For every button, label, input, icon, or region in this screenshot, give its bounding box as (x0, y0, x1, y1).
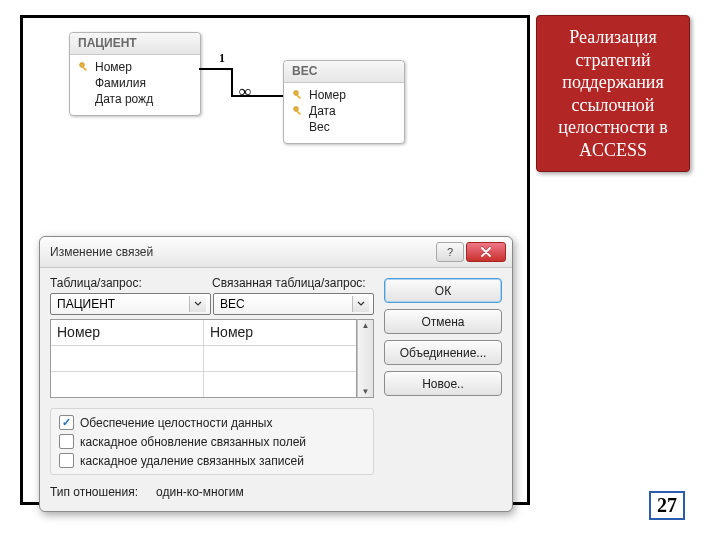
button-label: ОК (435, 284, 451, 298)
relationship-diagram: ПАЦИЕНТ Номер Фамилия Дата рожд (23, 18, 527, 228)
app-canvas: ПАЦИЕНТ Номер Фамилия Дата рожд (20, 15, 530, 505)
relation-type-label: Тип отношения: (50, 485, 138, 499)
cardinality-one: 1 (219, 51, 225, 66)
combo-value: ВЕС (220, 297, 352, 311)
field-label: Фамилия (95, 76, 146, 90)
grid-row[interactable]: Номер Номер (51, 320, 356, 345)
help-button[interactable]: ? (436, 242, 464, 262)
blank-icon (292, 121, 304, 133)
grid-cell-right[interactable] (204, 372, 356, 397)
grid-cell-left[interactable] (51, 346, 204, 371)
dialog-titlebar[interactable]: Изменение связей ? (40, 237, 512, 268)
blank-icon (78, 77, 90, 89)
dialog-body: Таблица/запрос: Связанная таблица/запрос… (40, 268, 512, 511)
field-label: Дата (309, 104, 336, 118)
help-icon: ? (447, 246, 453, 258)
cancel-button[interactable]: Отмена (384, 309, 502, 334)
field-row[interactable]: Номер (290, 87, 398, 103)
checkbox-cascade-update[interactable] (59, 434, 74, 449)
grid-row[interactable] (51, 371, 356, 397)
button-label: Отмена (421, 315, 464, 329)
field-row[interactable]: Фамилия (76, 75, 194, 91)
relation-type-row: Тип отношения: один-ко-многим (50, 485, 374, 499)
table-title: ВЕС (284, 61, 404, 83)
blank-icon (78, 93, 90, 105)
table-fields: Номер Фамилия Дата рожд (70, 55, 200, 115)
combo-table[interactable]: ПАЦИЕНТ (50, 293, 211, 315)
label-related-table: Связанная таблица/запрос: (212, 276, 366, 290)
page-number: 27 (649, 491, 685, 520)
checkbox-integrity[interactable] (59, 415, 74, 430)
checkbox-row[interactable]: Обеспечение целостности данных (59, 415, 365, 430)
table-title: ПАЦИЕНТ (70, 33, 200, 55)
relation-type-value: один-ко-многим (156, 485, 244, 499)
relation-line[interactable] (231, 68, 233, 95)
dialog-button-column: ОК Отмена Объединение... Новое.. (384, 276, 502, 499)
key-icon (78, 61, 90, 73)
integrity-options: Обеспечение целостности данных каскадное… (50, 408, 374, 475)
field-label: Вес (309, 120, 330, 134)
checkbox-row[interactable]: каскадное удаление связанных записей (59, 453, 365, 468)
scroll-down-icon[interactable]: ▼ (362, 386, 370, 397)
labels-row: Таблица/запрос: Связанная таблица/запрос… (50, 276, 374, 290)
checkbox-cascade-delete[interactable] (59, 453, 74, 468)
field-row[interactable]: Номер (76, 59, 194, 75)
cardinality-many: ∞ (239, 82, 251, 102)
field-label: Номер (309, 88, 346, 102)
chevron-down-icon (352, 296, 369, 312)
chevron-down-icon (189, 296, 206, 312)
table-patient[interactable]: ПАЦИЕНТ Номер Фамилия Дата рожд (69, 32, 201, 116)
grid-cell-left[interactable] (51, 372, 204, 397)
edit-relationships-dialog: Изменение связей ? Таблица/запрос: Связа… (39, 236, 513, 512)
checkbox-label: Обеспечение целостности данных (80, 416, 273, 430)
combo-value: ПАЦИЕНТ (57, 297, 189, 311)
button-label: Новое.. (422, 377, 464, 391)
table-fields: Номер Дата Вес (284, 83, 404, 143)
button-label: Объединение... (400, 346, 487, 360)
close-button[interactable] (466, 242, 506, 262)
field-row[interactable]: Вес (290, 119, 398, 135)
checkbox-label: каскадное удаление связанных записей (80, 454, 304, 468)
relation-line[interactable] (199, 68, 233, 70)
key-icon (292, 89, 304, 101)
grid-row[interactable] (51, 345, 356, 371)
dialog-left-pane: Таблица/запрос: Связанная таблица/запрос… (50, 276, 374, 499)
grid-cell-right[interactable] (204, 346, 356, 371)
table-ves[interactable]: ВЕС Номер Дата Вес (283, 60, 405, 144)
grid-cell-left[interactable]: Номер (51, 320, 204, 345)
grid-cell-right[interactable]: Номер (204, 320, 356, 345)
slide-caption: Реализация стратегий поддержания ссылочн… (536, 15, 690, 172)
field-mapping-grid: Номер Номер ▲ ▼ (50, 319, 374, 398)
ok-button[interactable]: ОК (384, 278, 502, 303)
field-label: Дата рожд (95, 92, 153, 106)
close-icon (480, 247, 492, 257)
combo-row: ПАЦИЕНТ ВЕС (50, 293, 374, 315)
combo-related-table[interactable]: ВЕС (213, 293, 374, 315)
join-type-button[interactable]: Объединение... (384, 340, 502, 365)
field-row[interactable]: Дата (290, 103, 398, 119)
scroll-up-icon[interactable]: ▲ (362, 320, 370, 331)
key-icon (292, 105, 304, 117)
field-label: Номер (95, 60, 132, 74)
field-row[interactable]: Дата рожд (76, 91, 194, 107)
grid-scrollbar[interactable]: ▲ ▼ (357, 319, 374, 398)
create-new-button[interactable]: Новое.. (384, 371, 502, 396)
dialog-title: Изменение связей (50, 245, 434, 259)
checkbox-row[interactable]: каскадное обновление связанных полей (59, 434, 365, 449)
checkbox-label: каскадное обновление связанных полей (80, 435, 306, 449)
label-table: Таблица/запрос: (50, 276, 200, 290)
